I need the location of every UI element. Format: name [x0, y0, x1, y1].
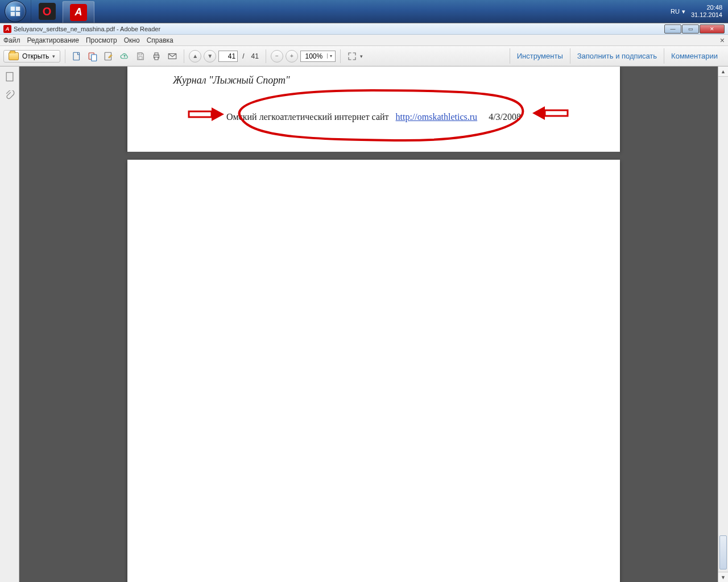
- scrollbar-thumb[interactable]: [719, 535, 727, 569]
- windows-logo-icon: [9, 5, 22, 18]
- chevron-down-icon: ▾: [52, 53, 55, 59]
- folder-icon: [9, 52, 19, 60]
- toolbar: Открыть ▾ ▲ ▼ / 41 −: [0, 46, 728, 66]
- site-label: Омский легкоатлетический интернет сайт: [226, 112, 389, 122]
- adobe-reader-icon: A: [70, 4, 87, 21]
- menu-view[interactable]: Просмотр: [86, 36, 117, 44]
- app-icon: A: [3, 25, 11, 33]
- page-up-button[interactable]: ▲: [189, 50, 201, 63]
- maximize-button[interactable]: ▭: [682, 24, 699, 34]
- taskbar-item-opera[interactable]: O: [31, 0, 63, 23]
- clock-time: 20:48: [691, 4, 722, 11]
- page-separator: /: [240, 52, 246, 60]
- zoom-level[interactable]: ▾: [300, 51, 336, 62]
- create-pdf-icon[interactable]: [70, 49, 84, 63]
- svg-rect-5: [139, 56, 142, 59]
- minimize-button[interactable]: —: [664, 24, 681, 34]
- svg-rect-0: [73, 52, 80, 60]
- language-code: RU: [671, 8, 680, 15]
- journal-title: Журнал "Лыжный Спорт": [173, 74, 290, 86]
- menu-edit[interactable]: Редактирование: [27, 36, 79, 44]
- zoom-input[interactable]: [301, 52, 327, 60]
- menu-help[interactable]: Справка: [147, 36, 173, 44]
- clock-date: 31.12.2014: [691, 11, 722, 19]
- page-total: 41: [249, 52, 260, 60]
- site-date: 4/3/2008: [489, 112, 521, 122]
- opera-icon: O: [39, 3, 56, 20]
- start-button[interactable]: [0, 0, 31, 23]
- chevron-down-icon: ▾: [682, 8, 685, 15]
- adobe-reader-window: A Seluyanov_serdtse_ne_mashina.pdf - Ado…: [0, 23, 728, 582]
- comments-panel-button[interactable]: Комментарии: [664, 48, 725, 64]
- menubar: Файл Редактирование Просмотр Окно Справк…: [0, 35, 728, 46]
- page-thumbnails-icon[interactable]: [4, 71, 15, 82]
- document-area[interactable]: Журнал "Лыжный Спорт" Омский легкоатлети…: [19, 66, 728, 582]
- open-label: Открыть: [22, 52, 49, 60]
- fit-window-icon[interactable]: [345, 49, 359, 63]
- vertical-scrollbar[interactable]: ▲ ▼: [718, 66, 728, 582]
- svg-rect-10: [6, 73, 13, 81]
- navigation-pane: [0, 66, 19, 582]
- pdf-page-previous: Журнал "Лыжный Спорт" Омский легкоатлети…: [127, 66, 620, 152]
- save-icon[interactable]: [134, 49, 147, 63]
- menu-window[interactable]: Окно: [124, 36, 140, 44]
- svg-rect-7: [155, 53, 158, 55]
- site-link[interactable]: http://omskathletics.ru: [396, 112, 478, 122]
- titlebar: A Seluyanov_serdtse_ne_mashina.pdf - Ado…: [0, 23, 728, 35]
- menu-file[interactable]: Файл: [3, 36, 20, 44]
- chevron-down-icon[interactable]: ▾: [360, 53, 363, 59]
- zoom-out-button[interactable]: −: [271, 50, 283, 63]
- workspace: Журнал "Лыжный Спорт" Омский легкоатлети…: [0, 66, 728, 582]
- page-down-button[interactable]: ▼: [204, 50, 216, 63]
- cloud-icon[interactable]: [118, 49, 131, 63]
- taskbar-item-adobe-reader[interactable]: A: [63, 1, 94, 23]
- page-number-input[interactable]: [218, 51, 238, 62]
- tools-panel-button[interactable]: Инструменты: [510, 48, 570, 64]
- email-icon[interactable]: [166, 49, 179, 63]
- open-button[interactable]: Открыть ▾: [3, 50, 60, 63]
- window-title: Seluyanov_serdtse_ne_mashina.pdf - Adobe…: [14, 26, 160, 32]
- scroll-up-arrow-icon[interactable]: ▲: [718, 66, 728, 77]
- pdf-page-current: [127, 160, 620, 582]
- system-tray: RU ▾ 20:48 31.12.2014: [671, 4, 728, 19]
- convert-pdf-icon[interactable]: [86, 49, 100, 63]
- site-info-line: Омский легкоатлетический интернет сайт h…: [127, 112, 620, 122]
- fill-sign-panel-button[interactable]: Заполнить и подписать: [570, 48, 664, 64]
- clock[interactable]: 20:48 31.12.2014: [691, 4, 722, 19]
- svg-rect-8: [155, 57, 158, 60]
- close-button[interactable]: ✕: [700, 24, 725, 34]
- page-gap: [127, 152, 620, 160]
- zoom-in-button[interactable]: +: [286, 50, 298, 63]
- windows-taskbar: O A RU ▾ 20:48 31.12.2014: [0, 0, 728, 23]
- language-indicator[interactable]: RU ▾: [671, 8, 685, 15]
- sign-icon[interactable]: [102, 49, 115, 63]
- chevron-down-icon[interactable]: ▾: [327, 53, 335, 59]
- document-close-icon[interactable]: ×: [720, 36, 725, 45]
- svg-rect-2: [92, 55, 97, 61]
- window-controls: — ▭ ✕: [664, 24, 725, 34]
- scroll-down-arrow-icon[interactable]: ▼: [718, 572, 728, 582]
- print-icon[interactable]: [150, 49, 163, 63]
- attachments-icon[interactable]: [4, 90, 15, 102]
